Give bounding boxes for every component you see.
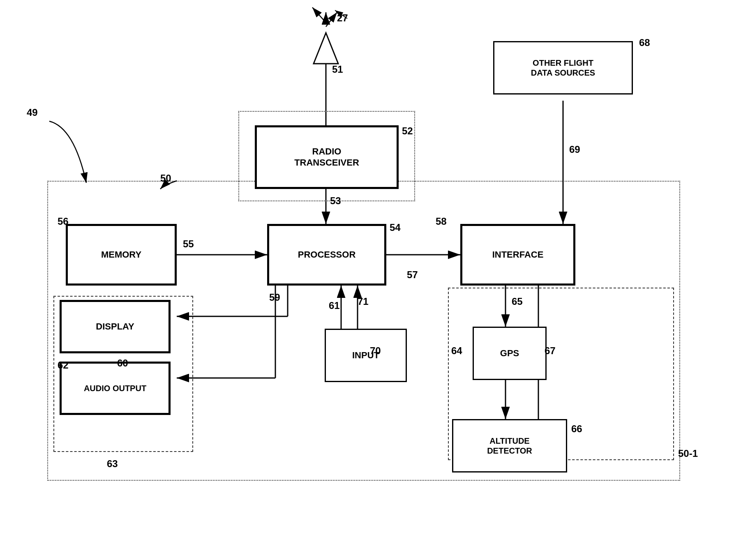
audio-output-block: AUDIO OUTPUT xyxy=(60,362,171,415)
ref-62: 62 xyxy=(58,360,69,371)
diagram: OTHER FLIGHTDATA SOURCES RADIOTRANSCEIVE… xyxy=(0,0,734,560)
display-block: DISPLAY xyxy=(60,300,171,353)
other-flight-data-block: OTHER FLIGHTDATA SOURCES xyxy=(493,41,633,94)
ref-50-1: 50-1 xyxy=(678,448,698,459)
input-block: INPUT xyxy=(325,329,407,382)
ref-67: 67 xyxy=(545,345,556,357)
ref-49: 49 xyxy=(27,107,38,118)
ref-65: 65 xyxy=(512,296,523,307)
ref-50: 50 xyxy=(160,173,171,184)
gps-block: GPS xyxy=(473,327,547,380)
memory-block: MEMORY xyxy=(66,224,177,286)
ref-71: 71 xyxy=(358,296,369,307)
altitude-detector-block: ALTITUDEDETECTOR xyxy=(452,419,567,472)
ref-70: 70 xyxy=(370,345,381,357)
ref-55: 55 xyxy=(183,238,194,250)
interface-block: INTERFACE xyxy=(460,224,575,286)
ref-63: 63 xyxy=(107,458,118,470)
ref-52: 52 xyxy=(402,125,413,137)
ref-57: 57 xyxy=(407,269,418,281)
ref-61: 61 xyxy=(329,300,340,311)
ref-60: 60 xyxy=(117,357,128,369)
svg-marker-3 xyxy=(314,33,338,64)
ref-64: 64 xyxy=(451,345,462,357)
ref-66: 66 xyxy=(571,423,582,435)
ref-68: 68 xyxy=(639,37,650,48)
ref-69: 69 xyxy=(569,144,580,155)
radio-transceiver-block: RADIOTRANSCEIVER xyxy=(255,125,399,189)
ref-54: 54 xyxy=(390,222,401,233)
ref-53: 53 xyxy=(330,195,341,207)
ref-59: 59 xyxy=(269,292,280,303)
ref-27: 27 xyxy=(337,12,348,24)
ref-58: 58 xyxy=(436,216,447,227)
svg-line-19 xyxy=(312,7,326,23)
processor-block: PROCESSOR xyxy=(267,224,386,286)
ref-51: 51 xyxy=(332,64,343,75)
ref-56: 56 xyxy=(58,216,69,227)
svg-line-5 xyxy=(326,12,337,27)
